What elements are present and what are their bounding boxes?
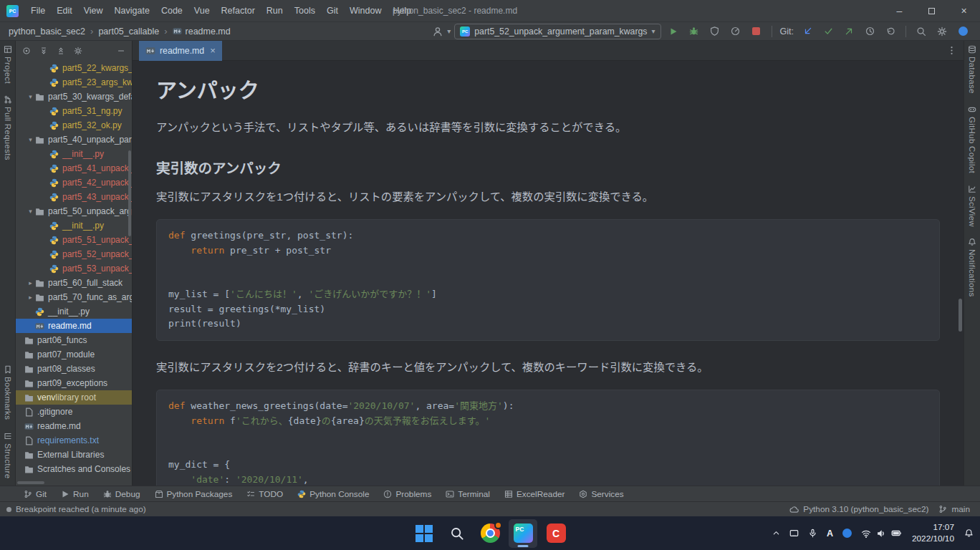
toolwindow-button-problems[interactable]: Problems — [377, 486, 438, 502]
toolwindow-button-git[interactable]: Git — [17, 486, 53, 502]
notification-bell-icon[interactable] — [961, 521, 977, 546]
debug-button[interactable] — [686, 24, 703, 39]
tree-item-part08_classes[interactable]: part08_classes — [16, 362, 132, 376]
branch-label[interactable]: main — [951, 504, 970, 514]
code-with-me-icon[interactable] — [954, 24, 971, 39]
collapse-all-button[interactable] — [57, 47, 65, 55]
tree-item-venv[interactable]: venv library root — [16, 390, 132, 405]
run-button[interactable] — [665, 24, 682, 39]
tree-item-part5_42_unpack_pa[interactable]: part5_42_unpack_pa — [16, 175, 132, 190]
user-icon[interactable] — [429, 24, 446, 39]
chevron-down-icon[interactable]: ▾ — [26, 93, 35, 100]
tree-item-.gitignore[interactable]: .gitignore — [16, 405, 132, 419]
tree-item-part5_30_kwargs_default[interactable]: ▾part5_30_kwargs_default — [16, 90, 132, 104]
close-button[interactable]: × — [948, 0, 980, 21]
display-icon[interactable] — [786, 521, 802, 546]
tree-item-__init__.py[interactable]: __init__.py — [16, 218, 132, 233]
commit-button[interactable] — [820, 24, 837, 39]
chevron-right-icon[interactable]: ▸ — [26, 279, 35, 286]
tree-item-part5_22_kwargs_sa[interactable]: part5_22_kwargs_sa — [16, 61, 132, 75]
tree-item-part5_23_args_kwarg[interactable]: part5_23_args_kwarg — [16, 75, 132, 90]
tree-item-part5_41_unpack_pa[interactable]: part5_41_unpack_pa — [16, 161, 132, 175]
tree-item-__init__.py[interactable]: __init__.py — [16, 147, 132, 161]
network-volume-battery-group[interactable] — [858, 521, 905, 546]
search-everywhere-button[interactable] — [913, 24, 930, 39]
tree-item-readme.md[interactable]: readme.md — [16, 319, 132, 333]
chrome-taskbar-icon[interactable] — [476, 519, 504, 548]
tree-item-readme.md[interactable]: readme.md — [16, 419, 132, 433]
toolwindow-button-debug[interactable]: Debug — [97, 486, 147, 502]
stop-button[interactable] — [748, 24, 765, 39]
taskbar-clock[interactable]: 17:07 2022/10/10 — [908, 521, 959, 546]
interpreter-label[interactable]: Python 3.10 (python_basic_sec2) — [803, 504, 928, 514]
push-button[interactable] — [840, 24, 858, 39]
tree-item-externallibraries[interactable]: External Libraries — [16, 448, 132, 462]
tool-stripe-sciview[interactable]: SciView — [968, 185, 976, 227]
menu-vue[interactable]: Vue — [188, 0, 216, 21]
tool-stripe-bookmarks[interactable]: Bookmarks — [4, 365, 12, 420]
expand-all-button[interactable] — [39, 47, 48, 55]
ime-mode-indicator[interactable]: A — [823, 521, 837, 546]
minimize-button[interactable]: – — [883, 0, 916, 21]
toolwindow-button-excelreader[interactable]: ExcelReader — [498, 486, 572, 502]
status-message[interactable]: Breakpoint reached (a minute ago) — [16, 504, 146, 514]
taskbar-search-button[interactable] — [443, 519, 471, 548]
history-button[interactable] — [861, 24, 878, 39]
run-config-select[interactable]: PC part5_52_unpack_argument_param_kwargs… — [454, 24, 660, 39]
menu-edit[interactable]: Edit — [51, 0, 78, 21]
tree-item-part5_52_unpack_ar[interactable]: part5_52_unpack_ar — [16, 247, 132, 261]
menu-view[interactable]: View — [78, 0, 109, 21]
tool-stripe-project[interactable]: Project — [4, 45, 12, 84]
microphone-icon[interactable] — [804, 521, 821, 546]
project-hscrollbar[interactable] — [17, 481, 44, 484]
tool-stripe-structure[interactable]: Structure — [4, 432, 12, 478]
menu-file[interactable]: File — [25, 0, 51, 21]
chevron-down-icon[interactable]: ▾ — [26, 136, 35, 143]
event-icon[interactable] — [6, 507, 11, 512]
menu-code[interactable]: Code — [155, 0, 188, 21]
tool-stripe-notifications[interactable]: Notifications — [968, 238, 976, 297]
toolwindow-button-services[interactable]: Services — [572, 486, 630, 502]
update-project-button[interactable] — [799, 24, 816, 39]
menu-run[interactable]: Run — [261, 0, 289, 21]
tree-item-part5_40_unpack_param[interactable]: ▾part5_40_unpack_param — [16, 132, 132, 147]
tool-stripe-pull-requests[interactable]: Pull Requests — [4, 95, 12, 160]
tab-readme-md[interactable]: readme.md × — [139, 41, 222, 61]
toolwindow-button-todo[interactable]: TODO — [240, 486, 289, 502]
locate-file-button[interactable] — [22, 47, 31, 55]
settings-button[interactable] — [933, 24, 951, 39]
toolwindow-button-terminal[interactable]: Terminal — [439, 486, 496, 502]
toolwindow-button-python-packages[interactable]: Python Packages — [148, 486, 239, 502]
hide-panel-button[interactable] — [117, 47, 125, 55]
panel-settings-button[interactable] — [74, 47, 82, 55]
menu-git[interactable]: Git — [321, 0, 344, 21]
tree-item-part06_funcs[interactable]: part06_funcs — [16, 333, 132, 347]
menu-tools[interactable]: Tools — [289, 0, 321, 21]
close-tab-icon[interactable]: × — [210, 45, 216, 56]
tree-item-part5_53_unpack_ar[interactable]: part5_53_unpack_ar — [16, 261, 132, 276]
tree-item-part09_exceptions[interactable]: part09_exceptions — [16, 376, 132, 390]
tree-item-part5_31_ng.py[interactable]: part5_31_ng.py — [16, 104, 132, 118]
tree-item-part5_43_unpack_pa[interactable]: part5_43_unpack_pa — [16, 190, 132, 204]
markdown-preview[interactable]: アンパックアンパックという手法で、リストやタプル等、あるいは辞書等を引数に変換す… — [133, 61, 964, 486]
red-app-taskbar-icon[interactable]: C — [542, 519, 570, 548]
start-button[interactable] — [410, 519, 438, 548]
tree-item-__init__.py[interactable]: __init__.py — [16, 304, 132, 319]
tab-options-icon[interactable] — [947, 46, 964, 55]
editor-scrollbar[interactable] — [959, 299, 962, 332]
toolwindow-button-python-console[interactable]: Python Console — [291, 486, 375, 502]
tray-expand-icon[interactable] — [769, 521, 784, 546]
tree-item-part5_60_full_stack[interactable]: ▸part5_60_full_stack — [16, 276, 132, 290]
tree-item-part5_51_unpack_ar[interactable]: part5_51_unpack_ar — [16, 233, 132, 247]
blue-status-icon[interactable] — [839, 521, 855, 546]
tree-item-part5_50_unpack_argum[interactable]: ▾part5_50_unpack_argum — [16, 204, 132, 218]
tool-stripe-database[interactable]: Database — [968, 45, 976, 94]
maximize-button[interactable] — [916, 0, 948, 21]
chevron-down-icon[interactable]: ▾ — [26, 208, 35, 215]
coverage-button[interactable] — [706, 24, 724, 39]
tree-item-part07_module[interactable]: part07_module — [16, 347, 132, 362]
profiler-button[interactable] — [727, 24, 744, 39]
breadcrumb-item[interactable]: part05_callable — [97, 26, 160, 37]
breadcrumb-item[interactable]: python_basic_sec2 — [7, 26, 87, 37]
toolwindow-button-run[interactable]: Run — [54, 486, 95, 502]
